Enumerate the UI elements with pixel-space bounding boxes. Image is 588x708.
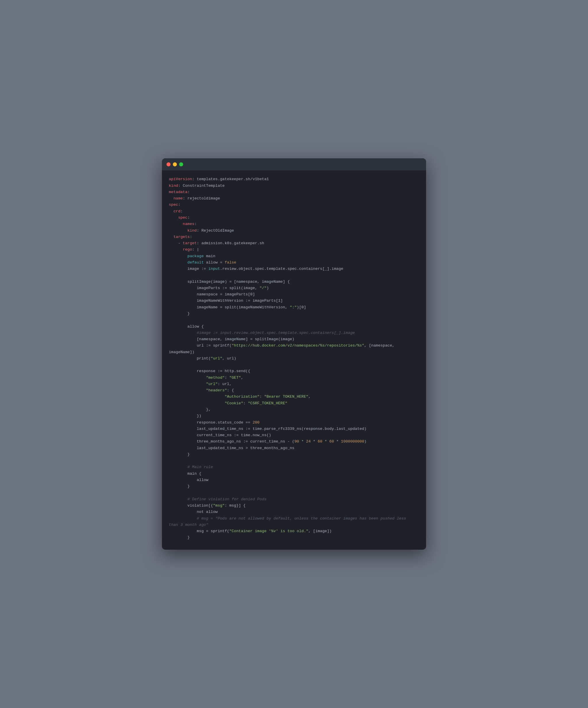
maximize-button[interactable]	[179, 163, 183, 166]
close-button[interactable]	[166, 163, 171, 166]
editor-window: apiVersion: templates.gatekeeper.sh/v1be…	[162, 158, 426, 550]
titlebar	[162, 158, 426, 170]
code-editor[interactable]: apiVersion: templates.gatekeeper.sh/v1be…	[162, 170, 426, 550]
minimize-button[interactable]	[173, 163, 177, 166]
